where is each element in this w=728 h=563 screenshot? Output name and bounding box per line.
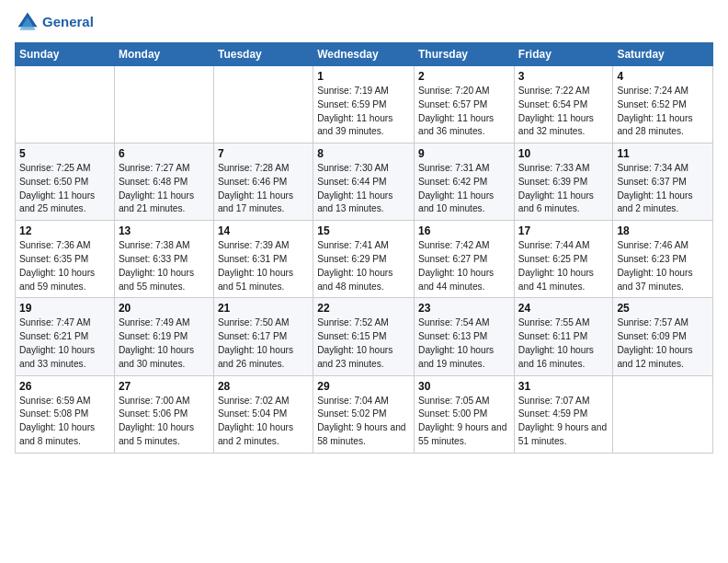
day-number: 22	[317, 302, 410, 315]
day-info: Sunrise: 7:33 AMSunset: 6:39 PMDaylight:…	[518, 162, 609, 216]
day-number: 7	[218, 147, 309, 160]
day-info: Sunrise: 7:52 AMSunset: 6:15 PMDaylight:…	[317, 316, 410, 371]
header: General	[15, 9, 713, 35]
col-header-saturday: Saturday	[613, 43, 713, 66]
col-header-wednesday: Wednesday	[313, 43, 415, 66]
day-info: Sunrise: 7:36 AMSunset: 6:35 PMDaylight:…	[19, 239, 110, 293]
day-info: Sunrise: 7:47 AMSunset: 6:21 PMDaylight:…	[19, 316, 110, 371]
page: General SundayMondayTuesdayWednesdayThur…	[0, 0, 728, 563]
day-number: 30	[418, 380, 510, 393]
day-number: 29	[317, 380, 410, 393]
day-number: 8	[317, 147, 410, 160]
empty-cell	[613, 375, 713, 453]
day-cell-11: 11Sunrise: 7:34 AMSunset: 6:37 PMDayligh…	[613, 144, 713, 221]
day-info: Sunrise: 7:41 AMSunset: 6:29 PMDaylight:…	[317, 239, 410, 293]
day-cell-16: 16Sunrise: 7:42 AMSunset: 6:27 PMDayligh…	[415, 221, 515, 298]
day-number: 24	[518, 302, 609, 315]
day-number: 23	[418, 302, 510, 315]
day-info: Sunrise: 7:31 AMSunset: 6:42 PMDaylight:…	[418, 162, 510, 216]
day-info: Sunrise: 7:42 AMSunset: 6:27 PMDaylight:…	[418, 239, 510, 293]
day-info: Sunrise: 7:39 AMSunset: 6:31 PMDaylight:…	[218, 239, 309, 293]
day-cell-15: 15Sunrise: 7:41 AMSunset: 6:29 PMDayligh…	[313, 221, 415, 298]
day-info: Sunrise: 7:28 AMSunset: 6:46 PMDaylight:…	[218, 162, 309, 216]
day-number: 9	[418, 147, 510, 160]
day-number: 3	[518, 70, 609, 83]
logo: General	[15, 9, 94, 35]
day-info: Sunrise: 7:50 AMSunset: 6:17 PMDaylight:…	[218, 316, 309, 371]
col-header-sunday: Sunday	[16, 43, 115, 66]
day-info: Sunrise: 7:24 AMSunset: 6:52 PMDaylight:…	[617, 85, 709, 139]
day-info: Sunrise: 7:54 AMSunset: 6:13 PMDaylight:…	[418, 316, 510, 371]
col-header-friday: Friday	[514, 43, 613, 66]
day-cell-7: 7Sunrise: 7:28 AMSunset: 6:46 PMDaylight…	[213, 144, 313, 221]
week-row-3: 12Sunrise: 7:36 AMSunset: 6:35 PMDayligh…	[16, 221, 713, 298]
day-number: 2	[418, 70, 510, 83]
header-row: SundayMondayTuesdayWednesdayThursdayFrid…	[16, 43, 713, 66]
day-number: 20	[119, 302, 210, 315]
empty-cell	[16, 66, 115, 144]
day-info: Sunrise: 7:20 AMSunset: 6:57 PMDaylight:…	[418, 85, 510, 139]
day-info: Sunrise: 7:49 AMSunset: 6:19 PMDaylight:…	[119, 316, 210, 371]
day-number: 14	[218, 224, 309, 237]
day-info: Sunrise: 7:02 AMSunset: 5:04 PMDaylight:…	[218, 395, 309, 449]
day-number: 11	[617, 147, 709, 160]
day-cell-5: 5Sunrise: 7:25 AMSunset: 6:50 PMDaylight…	[16, 144, 115, 221]
day-number: 13	[119, 224, 210, 237]
day-cell-17: 17Sunrise: 7:44 AMSunset: 6:25 PMDayligh…	[514, 221, 613, 298]
day-info: Sunrise: 7:05 AMSunset: 5:00 PMDaylight:…	[418, 395, 510, 449]
day-info: Sunrise: 7:34 AMSunset: 6:37 PMDaylight:…	[617, 162, 709, 216]
week-row-2: 5Sunrise: 7:25 AMSunset: 6:50 PMDaylight…	[16, 144, 713, 221]
day-cell-1: 1Sunrise: 7:19 AMSunset: 6:59 PMDaylight…	[313, 66, 415, 144]
empty-cell	[114, 66, 213, 144]
day-info: Sunrise: 7:19 AMSunset: 6:59 PMDaylight:…	[317, 85, 410, 139]
day-info: Sunrise: 7:46 AMSunset: 6:23 PMDaylight:…	[617, 239, 709, 293]
empty-cell	[213, 66, 313, 144]
day-cell-18: 18Sunrise: 7:46 AMSunset: 6:23 PMDayligh…	[613, 221, 713, 298]
col-header-thursday: Thursday	[415, 43, 515, 66]
day-number: 6	[119, 147, 210, 160]
day-number: 4	[617, 70, 709, 83]
day-cell-30: 30Sunrise: 7:05 AMSunset: 5:00 PMDayligh…	[415, 375, 515, 453]
day-cell-12: 12Sunrise: 7:36 AMSunset: 6:35 PMDayligh…	[16, 221, 115, 298]
day-cell-20: 20Sunrise: 7:49 AMSunset: 6:19 PMDayligh…	[114, 298, 213, 375]
day-info: Sunrise: 7:25 AMSunset: 6:50 PMDaylight:…	[19, 162, 110, 216]
day-cell-9: 9Sunrise: 7:31 AMSunset: 6:42 PMDaylight…	[415, 144, 515, 221]
day-number: 17	[518, 224, 609, 237]
day-info: Sunrise: 7:04 AMSunset: 5:02 PMDaylight:…	[317, 395, 410, 449]
day-cell-28: 28Sunrise: 7:02 AMSunset: 5:04 PMDayligh…	[213, 375, 313, 453]
day-cell-19: 19Sunrise: 7:47 AMSunset: 6:21 PMDayligh…	[16, 298, 115, 375]
day-info: Sunrise: 7:57 AMSunset: 6:09 PMDaylight:…	[617, 316, 709, 371]
day-number: 15	[317, 224, 410, 237]
day-number: 16	[418, 224, 510, 237]
logo-icon	[15, 9, 40, 35]
day-cell-8: 8Sunrise: 7:30 AMSunset: 6:44 PMDaylight…	[313, 144, 415, 221]
week-row-5: 26Sunrise: 6:59 AMSunset: 5:08 PMDayligh…	[16, 375, 713, 453]
week-row-4: 19Sunrise: 7:47 AMSunset: 6:21 PMDayligh…	[16, 298, 713, 375]
week-row-1: 1Sunrise: 7:19 AMSunset: 6:59 PMDaylight…	[16, 66, 713, 144]
day-info: Sunrise: 7:00 AMSunset: 5:06 PMDaylight:…	[119, 395, 210, 449]
day-info: Sunrise: 6:59 AMSunset: 5:08 PMDaylight:…	[19, 395, 110, 449]
day-cell-21: 21Sunrise: 7:50 AMSunset: 6:17 PMDayligh…	[213, 298, 313, 375]
day-cell-3: 3Sunrise: 7:22 AMSunset: 6:54 PMDaylight…	[514, 66, 613, 144]
day-number: 21	[218, 302, 309, 315]
day-info: Sunrise: 7:22 AMSunset: 6:54 PMDaylight:…	[518, 85, 609, 139]
day-cell-29: 29Sunrise: 7:04 AMSunset: 5:02 PMDayligh…	[313, 375, 415, 453]
day-cell-4: 4Sunrise: 7:24 AMSunset: 6:52 PMDaylight…	[613, 66, 713, 144]
day-number: 12	[19, 224, 110, 237]
day-cell-10: 10Sunrise: 7:33 AMSunset: 6:39 PMDayligh…	[514, 144, 613, 221]
day-cell-31: 31Sunrise: 7:07 AMSunset: 4:59 PMDayligh…	[514, 375, 613, 453]
day-cell-24: 24Sunrise: 7:55 AMSunset: 6:11 PMDayligh…	[514, 298, 613, 375]
day-cell-2: 2Sunrise: 7:20 AMSunset: 6:57 PMDaylight…	[415, 66, 515, 144]
day-number: 1	[317, 70, 410, 83]
day-cell-27: 27Sunrise: 7:00 AMSunset: 5:06 PMDayligh…	[114, 375, 213, 453]
day-cell-6: 6Sunrise: 7:27 AMSunset: 6:48 PMDaylight…	[114, 144, 213, 221]
day-cell-23: 23Sunrise: 7:54 AMSunset: 6:13 PMDayligh…	[415, 298, 515, 375]
day-cell-25: 25Sunrise: 7:57 AMSunset: 6:09 PMDayligh…	[613, 298, 713, 375]
day-cell-14: 14Sunrise: 7:39 AMSunset: 6:31 PMDayligh…	[213, 221, 313, 298]
day-info: Sunrise: 7:07 AMSunset: 4:59 PMDaylight:…	[518, 395, 609, 449]
day-info: Sunrise: 7:55 AMSunset: 6:11 PMDaylight:…	[518, 316, 609, 371]
day-info: Sunrise: 7:27 AMSunset: 6:48 PMDaylight:…	[119, 162, 210, 216]
day-number: 31	[518, 380, 609, 393]
day-number: 28	[218, 380, 309, 393]
col-header-tuesday: Tuesday	[213, 43, 313, 66]
